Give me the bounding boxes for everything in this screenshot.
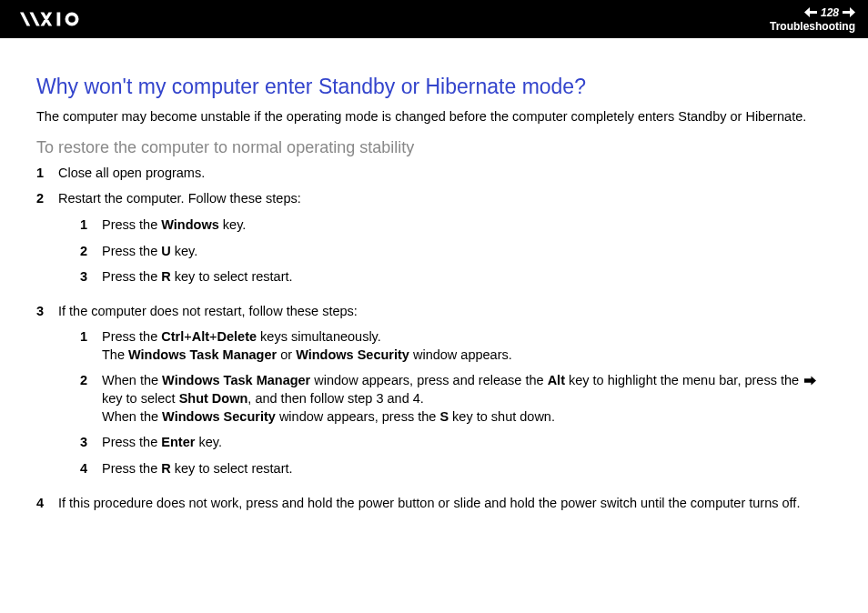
step-text: Press the U key.: [102, 243, 833, 261]
step-text: If the computer does not restart, follow…: [58, 303, 833, 487]
page-title: Why won't my computer enter Standby or H…: [36, 75, 833, 99]
right-arrow-icon: [804, 373, 816, 391]
substep: 3 Press the Enter key.: [80, 434, 833, 452]
substep: 2 When the Windows Task Manager window a…: [80, 372, 833, 426]
intro-text: The computer may become unstable if the …: [36, 108, 833, 126]
text: If the computer does not restart, follow…: [58, 304, 358, 318]
page-number: 128: [821, 6, 839, 19]
vaio-logo: [20, 11, 102, 27]
step-text: Press the Windows key.: [102, 216, 833, 235]
substep: 1 Press the Windows key.: [80, 216, 833, 235]
step-number: 2: [36, 190, 58, 294]
next-page-arrow-icon[interactable]: [843, 7, 855, 17]
step-text: When the Windows Task Manager window app…: [102, 372, 833, 426]
step-number: 1: [80, 328, 102, 364]
step-number: 2: [80, 243, 102, 261]
step-number: 3: [80, 268, 102, 286]
steps-list: 1 Close all open programs. 2 Restart the…: [36, 165, 833, 512]
step-number: 1: [80, 216, 102, 235]
step-number: 4: [80, 460, 102, 478]
step-text: Press the Enter key.: [102, 434, 833, 452]
step-number: 3: [80, 434, 102, 452]
step-number: 4: [36, 495, 58, 513]
step-2: 2 Restart the computer. Follow these ste…: [36, 190, 833, 294]
step-text: If this procedure does not work, press a…: [58, 495, 833, 513]
page-nav: 128: [804, 6, 855, 19]
content-area: Why won't my computer enter Standby or H…: [0, 38, 868, 512]
step-number: 1: [36, 165, 58, 183]
subtitle: To restore the computer to normal operat…: [36, 138, 833, 157]
substep: 2 Press the U key.: [80, 243, 833, 261]
step-text: Press the Ctrl+Alt+Delete keys simultane…: [102, 328, 833, 364]
section-label: Troubleshooting: [770, 20, 855, 33]
step-1: 1 Close all open programs.: [36, 165, 833, 183]
step-number: 3: [36, 303, 58, 487]
step-3: 3 If the computer does not restart, foll…: [36, 303, 833, 487]
step-text: Press the R key to select restart.: [102, 460, 833, 478]
substep: 1 Press the Ctrl+Alt+Delete keys simulta…: [80, 328, 833, 364]
text: Restart the computer. Follow these steps…: [58, 191, 301, 206]
step-text: Close all open programs.: [58, 165, 833, 183]
header-bar: 128 Troubleshooting: [0, 0, 868, 38]
substeps-list: 1 Press the Ctrl+Alt+Delete keys simulta…: [58, 328, 833, 477]
step-text: Restart the computer. Follow these steps…: [58, 190, 833, 294]
substeps-list: 1 Press the Windows key. 2 Press the U k…: [58, 216, 833, 286]
step-4: 4 If this procedure does not work, press…: [36, 495, 833, 513]
step-text: Press the R key to select restart.: [102, 268, 833, 286]
step-number: 2: [80, 372, 102, 426]
substep: 4 Press the R key to select restart.: [80, 460, 833, 478]
substep: 3 Press the R key to select restart.: [80, 268, 833, 286]
prev-page-arrow-icon[interactable]: [804, 7, 817, 17]
